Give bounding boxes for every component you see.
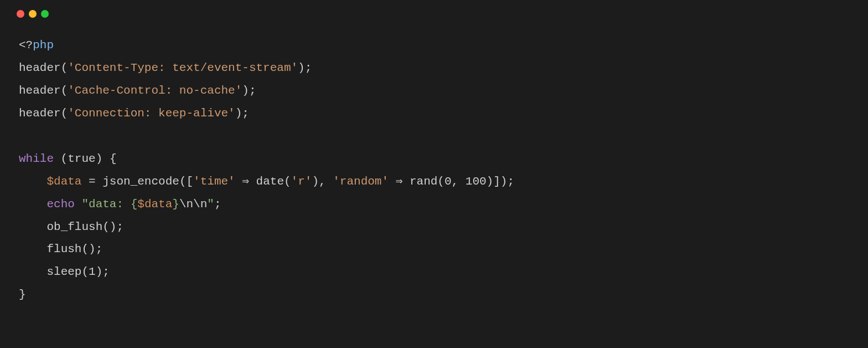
- indent: [19, 265, 46, 278]
- paren-open: (: [81, 265, 89, 278]
- comma: ,: [452, 175, 466, 188]
- string-connection: 'Connection: keep-alive': [68, 107, 235, 120]
- string-r: 'r': [291, 175, 312, 188]
- fn-header: header: [19, 84, 61, 97]
- arrow-icon: ⇒: [235, 175, 256, 188]
- indent: [19, 243, 46, 255]
- string-quote: ": [207, 198, 214, 211]
- minimize-icon[interactable]: [29, 10, 37, 18]
- string-content-type: 'Content-Type: text/event-stream': [68, 62, 298, 74]
- comma: ,: [319, 175, 333, 188]
- stmt-tail: );: [298, 62, 312, 74]
- indent: [19, 198, 46, 211]
- indent: [19, 175, 46, 188]
- string-brace-close: }: [172, 198, 179, 211]
- kw-echo: echo: [46, 198, 74, 211]
- maximize-icon[interactable]: [41, 10, 49, 18]
- arrow-icon: ⇒: [389, 175, 410, 188]
- string-time-key: 'time': [193, 175, 235, 188]
- var-data: $data: [46, 175, 81, 188]
- semicolon: ;: [214, 198, 221, 211]
- number-hundred: 100: [466, 175, 487, 188]
- kw-while: while: [19, 152, 54, 165]
- paren-close: ): [312, 175, 319, 188]
- bool-true: true: [68, 152, 95, 165]
- fn-json-encode: json_encode: [102, 175, 179, 188]
- paren-open: (: [61, 107, 68, 120]
- fn-rand: rand: [410, 175, 437, 188]
- escape-newlines: \n\n: [179, 198, 207, 211]
- stmt-ob-flush: ob_flush();: [46, 221, 123, 233]
- array-open: ([: [179, 175, 193, 188]
- string-random-key: 'random': [333, 175, 389, 188]
- array-close: ]);: [493, 175, 514, 188]
- brace-open: {: [110, 152, 117, 165]
- number-one: 1: [89, 265, 96, 278]
- fn-header: header: [19, 62, 61, 74]
- paren-close: ): [96, 152, 110, 165]
- fn-date: date: [256, 175, 284, 188]
- paren-open: (: [61, 84, 68, 97]
- code-window: <?php header('Content-Type: text/event-s…: [6, 0, 862, 320]
- stmt-tail: );: [96, 265, 110, 278]
- code-content: <?php header('Content-Type: text/event-s…: [6, 23, 862, 320]
- var-data-interp: $data: [137, 198, 172, 211]
- stmt-tail: );: [242, 84, 256, 97]
- string-data-prefix: data: {: [89, 198, 137, 211]
- brace-close: }: [19, 288, 26, 301]
- string-quote: ": [81, 198, 89, 211]
- paren-open: (: [437, 175, 445, 188]
- indent: [19, 221, 46, 233]
- paren-open: (: [54, 152, 68, 165]
- fn-header: header: [19, 107, 61, 120]
- space: [75, 198, 82, 211]
- stmt-flush: flush();: [46, 243, 102, 255]
- window-titlebar: [6, 0, 862, 23]
- php-keyword: php: [33, 39, 54, 52]
- assign-eq: =: [81, 175, 102, 188]
- paren-close: ): [487, 175, 494, 188]
- fn-sleep: sleep: [46, 265, 81, 278]
- paren-open: (: [61, 62, 68, 74]
- stmt-tail: );: [235, 107, 249, 120]
- php-open-bracket: <?: [19, 39, 33, 52]
- string-cache-control: 'Cache-Control: no-cache': [68, 84, 242, 97]
- number-zero: 0: [445, 175, 452, 188]
- close-icon[interactable]: [17, 10, 24, 18]
- paren-open: (: [284, 175, 291, 188]
